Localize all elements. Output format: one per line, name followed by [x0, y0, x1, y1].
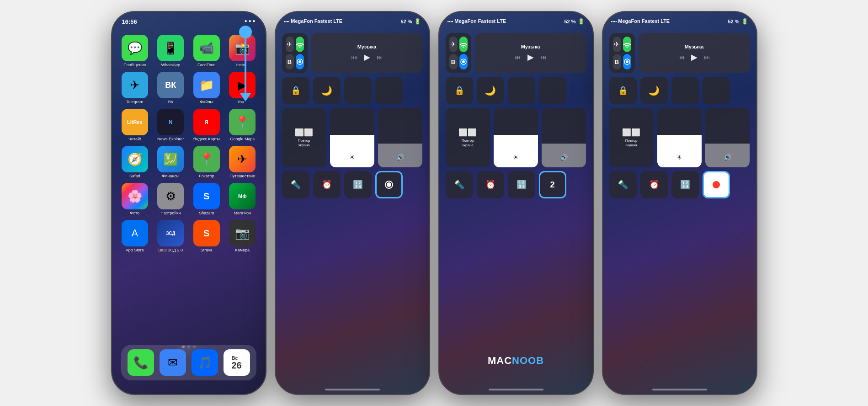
cc-row-2-3: 🔒 🌙 — [446, 77, 586, 104]
dock-music[interactable]: 🎵 — [192, 349, 218, 376]
next-btn-4[interactable]: ⏭ — [704, 53, 710, 61]
airplane-mode-btn-4[interactable]: ✈ — [613, 37, 621, 52]
music-controls-4: ⏮ ▶ ⏭ — [643, 52, 746, 62]
hotspot-btn-3[interactable] — [459, 54, 468, 69]
unknown-btn-4b[interactable] — [703, 77, 730, 104]
do-not-disturb-btn-3[interactable]: 🌙 — [477, 77, 504, 104]
app-finance[interactable]: 💹 Финансы — [155, 146, 186, 178]
play-btn-4[interactable]: ▶ — [691, 52, 698, 62]
brightness-slider-3[interactable]: ☀ — [494, 108, 538, 167]
music-widget-3[interactable]: Музыка ⏮ ▶ ⏭ — [475, 33, 586, 73]
cc-row-1: ✈ B Музыка ⏮ ▶ ⏭ — [282, 33, 423, 73]
app-telegram[interactable]: ✈ Telegram — [119, 72, 151, 104]
calculator-btn-4[interactable]: 🔢 — [671, 171, 699, 198]
unknown-btn-4a[interactable] — [671, 77, 699, 104]
wifi-btn-3[interactable] — [459, 37, 468, 52]
screen-record-btn-2[interactable] — [375, 171, 403, 198]
app-settings[interactable]: ⚙ Настройки — [155, 183, 186, 215]
wifi-btn-2[interactable] — [296, 37, 304, 52]
play-btn-2[interactable]: ▶ — [364, 52, 370, 62]
music-widget-4[interactable]: Музыка ⏮ ▶ ⏭ — [639, 33, 750, 73]
battery-icon-2: 🔋 — [414, 18, 421, 25]
play-btn-3[interactable]: ▶ — [527, 52, 534, 62]
app-messages[interactable]: 💬 Сообщения — [119, 35, 151, 67]
cc-row-2: 🔒 🌙 — [282, 77, 423, 104]
hotspot-btn-2[interactable] — [296, 54, 304, 69]
do-not-disturb-btn-2[interactable]: 🌙 — [313, 77, 341, 104]
dock-mail[interactable]: ✉ — [160, 349, 186, 376]
screen-mirror-btn-4[interactable]: ⬜⬜ Повторэкрана — [609, 108, 654, 167]
volume-slider-3[interactable]: 🔊 — [542, 108, 586, 167]
bluetooth-btn-4[interactable]: B — [613, 54, 621, 69]
screen-record-active-btn-4[interactable] — [703, 171, 730, 198]
rotation-lock-btn-2[interactable]: 🔒 — [282, 77, 309, 104]
flashlight-btn-2[interactable]: 🔦 — [282, 171, 309, 198]
app-litres[interactable]: LitRes Читай! — [119, 109, 151, 141]
app-appstore[interactable]: A App Store — [119, 220, 151, 252]
app-strava[interactable]: S Strava — [191, 220, 223, 252]
do-not-disturb-btn-4[interactable]: 🌙 — [640, 77, 668, 104]
app-locator[interactable]: 📍 Локатор — [191, 146, 223, 178]
app-photos[interactable]: 🌸 Фото — [119, 183, 151, 215]
timer-btn-4[interactable]: ⏰ — [640, 171, 668, 198]
dock-calendar[interactable]: Вс26 — [224, 349, 250, 376]
unknown-btn-2b[interactable] — [375, 77, 403, 104]
bluetooth-btn-3[interactable]: B — [449, 54, 458, 69]
app-vk[interactable]: ВК ВК — [155, 72, 186, 104]
unknown-btn-3a[interactable] — [508, 77, 535, 104]
cc-row-4-3: 🔦 ⏰ 🔢 2 — [446, 171, 586, 198]
record-inner-2 — [387, 182, 391, 187]
app-whatsapp[interactable]: 📱 WhatsApp — [155, 35, 186, 67]
app-camera[interactable]: 📷 Камера — [227, 220, 258, 252]
connectivity-grid-2[interactable]: ✈ B — [282, 33, 308, 73]
airplane-mode-btn-2[interactable]: ✈ — [286, 37, 294, 52]
phone-2-control-center: ▪▪▪▪ MegaFon Fastest LTE 52 % 🔋 ✈ B — [275, 11, 430, 395]
screen-mirror-btn-3[interactable]: ⬜⬜ Повторэкрана — [446, 108, 490, 167]
rotation-lock-btn-4[interactable]: 🔒 — [609, 77, 637, 104]
calculator-btn-2[interactable]: 🔢 — [344, 171, 372, 198]
wifi-btn-4[interactable] — [623, 37, 631, 52]
volume-slider-2[interactable]: 🔊 — [378, 108, 422, 167]
volume-slider-4[interactable]: 🔊 — [705, 108, 750, 167]
app-facetime[interactable]: 📹 FaceTime — [191, 35, 223, 67]
app-zsd[interactable]: ЗСД Ваш ЗСД 2.0 — [155, 220, 186, 252]
noob-text: NOOB — [512, 355, 544, 366]
bluetooth-btn-2[interactable]: B — [286, 54, 294, 69]
svg-point-0 — [298, 60, 301, 63]
music-widget-2[interactable]: Музыка ⏮ ▶ ⏭ — [311, 33, 423, 73]
screen-mirror-btn-2[interactable]: ⬜⬜ Повторэкрана — [282, 108, 326, 167]
airplane-mode-btn-3[interactable]: ✈ — [449, 37, 458, 52]
app-google-maps[interactable]: 📍 Google Maps — [227, 109, 258, 141]
prev-btn-4[interactable]: ⏮ — [678, 53, 685, 61]
prev-btn-3[interactable]: ⏮ — [515, 53, 521, 61]
app-megafon[interactable]: МФ МегаФон — [227, 183, 258, 215]
app-yandex-maps[interactable]: Я Яндекс.Карты — [191, 109, 223, 141]
app-news[interactable]: N News Explorer — [155, 109, 186, 141]
flashlight-btn-3[interactable]: 🔦 — [446, 171, 473, 198]
next-btn-3[interactable]: ⏭ — [540, 53, 547, 61]
flashlight-btn-4[interactable]: 🔦 — [609, 171, 637, 198]
recording-dot-4 — [713, 181, 720, 188]
app-safari[interactable]: 🧭 Safari — [119, 146, 151, 178]
cc-row-4-4: 🔦 ⏰ 🔢 — [609, 171, 750, 198]
home-indicator-3 — [489, 389, 543, 390]
battery-container-2: 52 % 🔋 — [400, 18, 421, 25]
calculator-btn-3[interactable]: 🔢 — [508, 171, 535, 198]
dock-phone[interactable]: 📞 — [128, 349, 154, 376]
connectivity-grid-3[interactable]: ✈ B — [446, 33, 471, 73]
brightness-slider-2[interactable]: ☀ — [330, 108, 374, 167]
timer-btn-2[interactable]: ⏰ — [313, 171, 341, 198]
connectivity-grid-4[interactable]: ✈ B — [609, 33, 635, 73]
rotation-lock-btn-3[interactable]: 🔒 — [446, 77, 473, 104]
brightness-slider-4[interactable]: ☀ — [657, 108, 702, 167]
next-btn-2[interactable]: ⏭ — [377, 53, 383, 61]
hotspot-btn-4[interactable] — [623, 54, 631, 69]
unknown-btn-3b[interactable] — [539, 77, 566, 104]
app-files[interactable]: 📁 Файлы — [191, 72, 223, 104]
app-shazam[interactable]: S Shazam — [191, 183, 223, 215]
unknown-btn-2a[interactable] — [344, 77, 372, 104]
timer-btn-3[interactable]: ⏰ — [477, 171, 504, 198]
screen-record-countdown-btn-3[interactable]: 2 — [539, 171, 566, 198]
app-travel[interactable]: ✈ Путешествие — [227, 146, 258, 178]
prev-btn-2[interactable]: ⏮ — [351, 53, 357, 61]
